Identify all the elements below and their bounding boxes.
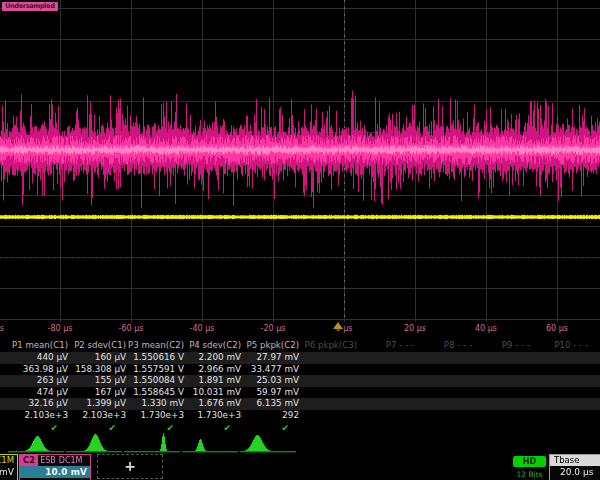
time-tick-label: 60 µs [546, 324, 568, 333]
status-check-icon: ✔ [108, 423, 116, 433]
undersampled-warning-badge: Undersampled [2, 2, 58, 11]
param-header-p7[interactable]: P7 - - - [386, 340, 414, 350]
time-tick-label: -100 µs [0, 324, 4, 333]
time-tick-label: -80 µs [48, 324, 73, 333]
param-header-p9[interactable]: P9 - - - [502, 340, 530, 350]
c2-coupling-label: DC1M [59, 456, 83, 465]
measurement-value: 10.031 mV [193, 387, 241, 397]
measurement-value: 1.730e+3 [140, 410, 184, 420]
measurement-value: 160 µV [95, 352, 126, 362]
measurement-value: 1.550084 V [133, 375, 184, 385]
hd-mode-indicator[interactable]: HD 12 Bits [513, 456, 546, 479]
timebase-descriptor[interactable]: Tbase 20.0 µs [549, 454, 600, 480]
time-tick-label: 40 µs [475, 324, 497, 333]
param-header-p4[interactable]: P4 sdev(C2) [189, 340, 241, 350]
measurement-value: 32.16 µV [28, 398, 68, 408]
measurement-value: 6.135 mV [256, 398, 299, 408]
status-check-icon: ✔ [281, 423, 289, 433]
param-header-p5[interactable]: P5 pkpk(C2) [247, 340, 299, 350]
param-header-p2[interactable]: P2 sdev(C1) [74, 340, 126, 350]
waveform-display[interactable] [0, 0, 600, 322]
descriptor-bar: DC1M 10.0 mV C2ESBDC1M 10.0 mV + HD 12 B… [0, 453, 600, 480]
measurement-value: 25.03 mV [256, 375, 299, 385]
measurement-value: 158.308 µV [75, 364, 126, 374]
measurement-value: 33.477 mV [251, 364, 299, 374]
measurement-value: 474 µV [37, 387, 68, 397]
c1-coupling-label: DC1M [0, 455, 17, 466]
c2-channel-chip: C2 [20, 455, 38, 466]
param-header-p6[interactable]: P6 pkpk(C3) [305, 340, 357, 350]
measurement-value: 1.550616 V [133, 352, 184, 362]
measurement-value: 1.330 mV [141, 398, 184, 408]
measurement-value: 27.97 mV [256, 352, 299, 362]
measurement-value: 263 µV [37, 375, 68, 385]
param-header-p1[interactable]: P1 mean(C1) [12, 340, 68, 350]
measurement-value: 1.730e+3 [197, 410, 241, 420]
c1-scale-value: 10.0 mV [0, 466, 17, 478]
measurement-histicons [0, 433, 600, 454]
status-check-icon: ✔ [223, 423, 231, 433]
measurement-value: 292 [282, 410, 299, 420]
measurement-value: 2.966 mV [198, 364, 241, 374]
param-header-p3[interactable]: P3 mean(C2) [128, 340, 184, 350]
measurement-value: 59.97 mV [256, 387, 299, 397]
status-check-icon: ✔ [50, 423, 58, 433]
c2-mode-label: ESB [40, 456, 56, 465]
oscilloscope-screen: Undersampled -100 µs-80 µs-60 µs-40 µs-2… [0, 0, 600, 480]
measurement-value: 1.891 mV [198, 375, 241, 385]
param-header-p10[interactable]: P10 - - - [554, 340, 588, 350]
measurement-value: 1.557591 V [133, 364, 184, 374]
measurement-value: 2.103e+3 [24, 410, 68, 420]
measurement-value: 1.676 mV [198, 398, 241, 408]
measurement-value: 440 µV [37, 352, 68, 362]
time-tick-label: 20 µs [404, 324, 426, 333]
measurement-value: 363.98 µV [23, 364, 68, 374]
measurement-value: 1.399 µV [86, 398, 126, 408]
table-row-stripe [0, 352, 600, 364]
measurement-value: 2.200 mV [198, 352, 241, 362]
measurement-value: 2.103e+3 [82, 410, 126, 420]
hd-bits-label: 12 Bits [513, 470, 546, 479]
channel-c1-descriptor[interactable]: DC1M 10.0 mV [0, 454, 18, 480]
time-tick-label: -60 µs [119, 324, 144, 333]
trigger-position-icon[interactable] [333, 322, 343, 329]
measurement-value: 1.558645 V [133, 387, 184, 397]
measurement-value: 167 µV [95, 387, 126, 397]
status-check-icon: ✔ [166, 423, 174, 433]
c2-scale-value: 10.0 mV [20, 466, 90, 478]
channel-c2-descriptor[interactable]: C2ESBDC1M 10.0 mV [19, 454, 91, 480]
timebase-label: Tbase [550, 455, 600, 466]
table-row-stripe [0, 375, 600, 387]
time-tick-label: -20 µs [261, 324, 286, 333]
time-tick-label: -40 µs [190, 324, 215, 333]
add-trace-button[interactable]: + [97, 454, 163, 479]
measurement-value: 155 µV [95, 375, 126, 385]
param-header-p8[interactable]: P8 - - - [444, 340, 472, 350]
hd-badge: HD [513, 456, 546, 467]
timebase-value: 20.0 µs [550, 466, 600, 478]
